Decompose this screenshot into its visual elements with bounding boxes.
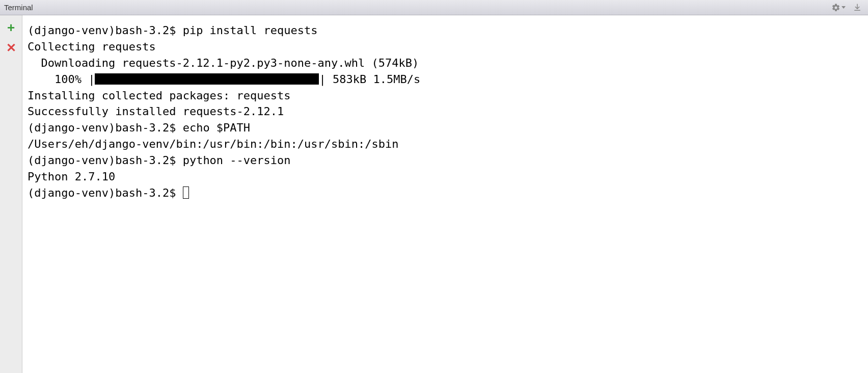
panel-header: Terminal	[0, 0, 868, 15]
terminal-output[interactable]: (django-venv)bash-3.2$ pip install reque…	[22, 15, 868, 373]
terminal-line: (django-venv)bash-3.2$ echo $PATH	[28, 120, 863, 136]
gear-icon	[831, 3, 840, 12]
settings-button[interactable]	[831, 3, 846, 12]
terminal-line: (django-venv)bash-3.2$	[28, 185, 863, 201]
progress-bar	[95, 73, 319, 85]
terminal-line: Installing collected packages: requests	[28, 88, 863, 104]
terminal-line: (django-venv)bash-3.2$ pip install reque…	[28, 22, 863, 39]
close-icon: ✕	[6, 42, 16, 54]
terminal-line: (django-venv)bash-3.2$ python --version	[28, 152, 863, 169]
download-icon[interactable]	[853, 3, 862, 12]
plus-icon: +	[7, 21, 15, 34]
terminal-line: Downloading requests-2.12.1-py2.py3-none…	[28, 55, 863, 71]
terminal-sidebar: + ✕	[0, 15, 22, 373]
cursor	[183, 186, 189, 199]
header-actions	[831, 3, 864, 12]
terminal-line: Python 2.7.10	[28, 169, 863, 185]
new-session-button[interactable]: +	[5, 21, 17, 34]
panel-title: Terminal	[4, 3, 33, 12]
terminal-line: Successfully installed requests-2.12.1	[28, 103, 863, 120]
close-session-button[interactable]: ✕	[5, 42, 17, 54]
terminal-line: Collecting requests	[28, 39, 863, 55]
chevron-down-icon	[842, 6, 846, 9]
terminal-line: /Users/eh/django-venv/bin:/usr/bin:/bin:…	[28, 136, 863, 152]
terminal-line: 100% || 583kB 1.5MB/s	[28, 71, 863, 88]
main-area: + ✕ (django-venv)bash-3.2$ pip install r…	[0, 15, 868, 373]
